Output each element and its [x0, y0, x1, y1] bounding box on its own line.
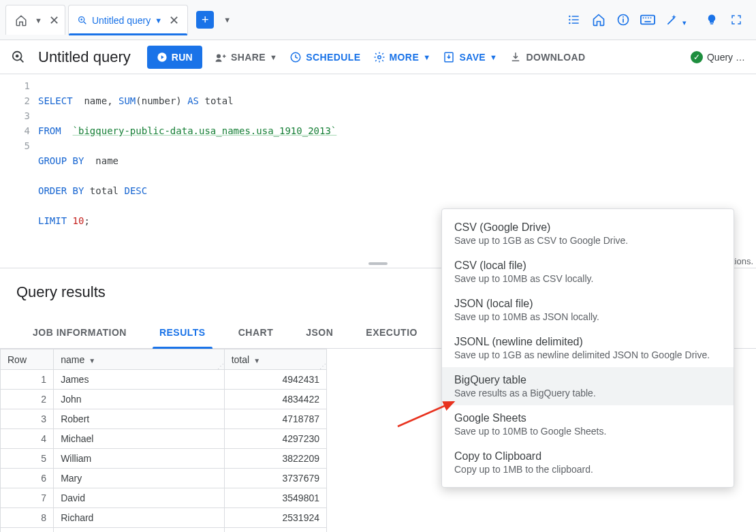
txt [67, 215, 72, 226]
share-button[interactable]: SHARE ▼ [215, 52, 277, 63]
magic-wand-icon[interactable]: ▾ [665, 12, 680, 27]
cell-row: 1 [1, 370, 54, 390]
info-icon[interactable] [616, 12, 631, 27]
menu-item[interactable]: Google SheetsSave up to 10MB to Google S… [442, 405, 734, 443]
save-button[interactable]: SAVE ▼ [443, 51, 497, 63]
chevron-down-icon[interactable]: ▼ [35, 16, 42, 25]
table-row[interactable]: 3Robert4718787 [1, 409, 327, 429]
download-button[interactable]: DOWNLOAD [509, 51, 585, 63]
svg-rect-6 [623, 18, 624, 22]
svg-point-18 [217, 54, 221, 58]
add-tab-button[interactable]: + [196, 11, 214, 29]
save-label: SAVE [459, 52, 486, 63]
toolbar-right: ▾ [567, 12, 751, 27]
cell-total: 4297230 [224, 429, 326, 449]
resize-grip-icon[interactable]: ⋰ [217, 364, 223, 369]
menu-item[interactable]: CSV (local file)Save up to 10MB as CSV l… [442, 253, 734, 291]
cell-total: 4718787 [224, 409, 326, 429]
schedule-button[interactable]: SCHEDULE [289, 51, 360, 63]
tab-job-information[interactable]: JOB INFORMATION [16, 316, 143, 348]
cell-row: 6 [1, 469, 54, 488]
chevron-down-icon: ▼ [490, 53, 497, 61]
svg-point-10 [643, 17, 644, 18]
home-outline-icon[interactable] [591, 12, 606, 27]
chevron-down-icon[interactable]: ▼ [223, 16, 231, 24]
cell-name: William [54, 449, 225, 469]
svg-point-3 [569, 19, 571, 21]
txt: total [84, 185, 124, 196]
menu-item[interactable]: BigQuery tableSave results as a BigQuery… [442, 367, 734, 405]
cell-name: John [54, 390, 225, 409]
table-ref[interactable]: `bigquery-public-data.usa_names.usa_1910… [73, 125, 337, 136]
cell-name: Richard [54, 508, 225, 528]
share-icon [215, 52, 227, 62]
table-row[interactable]: 4Michael4297230 [1, 429, 327, 449]
menu-item[interactable]: CSV (Google Drive)Save up to 1GB as CSV … [442, 215, 734, 253]
table-row[interactable]: 6Mary3737679 [1, 469, 327, 488]
lightbulb-icon[interactable] [704, 12, 719, 27]
line-number: 3 [0, 108, 30, 123]
cell-name: Michael [54, 429, 225, 449]
table-row[interactable]: 8Richard2531924 [1, 508, 327, 528]
download-icon [509, 51, 522, 63]
menu-item[interactable]: Copy to ClipboardCopy up to 1MB to the c… [442, 443, 734, 482]
menu-item[interactable]: JSONL (newline delimited)Save up to 1GB … [442, 329, 734, 367]
col-label: total [232, 354, 249, 365]
col-total[interactable]: total▼⋰ [224, 349, 326, 370]
cell-total: 4942431 [224, 370, 326, 390]
menu-item-subtitle: Save up to 10MB as CSV locally. [454, 273, 721, 284]
chevron-down-icon[interactable]: ▼ [155, 16, 162, 25]
table-row[interactable]: 5William3822209 [1, 449, 327, 469]
tab-untitled-query[interactable]: Untitled query ▼ ✕ [68, 5, 188, 35]
menu-item-subtitle: Save up to 1GB as newline delimited JSON… [454, 349, 721, 360]
table-row[interactable]: 7David3549801 [1, 488, 327, 508]
menu-item[interactable]: JSON (local file)Save up to 10MB as JSON… [442, 291, 734, 329]
fn: SUM [119, 95, 136, 106]
svg-point-20 [377, 55, 381, 59]
keyboard-icon[interactable] [640, 12, 655, 27]
txt: ; [84, 215, 89, 226]
list-icon[interactable] [567, 12, 582, 27]
line-number: 1 [0, 78, 30, 93]
tab-json[interactable]: JSON [289, 316, 349, 348]
resize-handle[interactable] [368, 262, 388, 265]
table-row[interactable]: 1James4942431 [1, 370, 327, 390]
line-number: 2 [0, 93, 30, 108]
check-icon: ✓ [691, 51, 703, 63]
txt: name, [73, 95, 119, 106]
tab-chart[interactable]: CHART [222, 316, 290, 348]
results-title: Query results [16, 283, 106, 301]
tab-home[interactable]: ▼ ✕ [5, 5, 65, 35]
svg-rect-8 [641, 16, 655, 25]
close-icon[interactable]: ✕ [169, 13, 179, 28]
query-tab-icon [77, 15, 88, 26]
close-icon[interactable]: ✕ [49, 13, 59, 28]
svg-point-1 [80, 18, 82, 20]
run-button[interactable]: RUN [147, 46, 202, 69]
svg-point-12 [648, 17, 649, 18]
code-body[interactable]: SELECT name, SUM(number) AS total FROM `… [38, 78, 336, 258]
menu-item-subtitle: Save results as a BigQuery table. [454, 388, 721, 398]
kw: AS [187, 95, 199, 106]
col-row[interactable]: Row [1, 349, 54, 370]
tab-group: ▼ ✕ Untitled query ▼ ✕ + ▼ [5, 0, 231, 40]
fullscreen-icon[interactable] [729, 12, 744, 27]
svg-point-11 [645, 17, 646, 18]
tab-results[interactable]: RESULTS [143, 316, 222, 348]
tab-bar: ▼ ✕ Untitled query ▼ ✕ + ▼ ▾ [0, 0, 756, 40]
col-name[interactable]: name▼⋰ [54, 349, 225, 370]
status-label: Query … [707, 52, 745, 63]
svg-point-2 [569, 16, 571, 18]
kw: SELECT [38, 95, 73, 106]
menu-item-title: JSON (local file) [454, 298, 721, 310]
col-label: name [61, 354, 84, 365]
resize-grip-icon[interactable]: ⋰ [319, 364, 325, 369]
query-inspect-icon[interactable] [11, 50, 26, 65]
menu-item-title: Google Sheets [454, 412, 721, 424]
tab-execution[interactable]: EXECUTIO [349, 316, 434, 348]
table-row[interactable]: 9Joseph2472917 [1, 528, 327, 533]
play-icon [157, 52, 168, 63]
more-button[interactable]: MORE ▼ [373, 51, 431, 63]
cell-total: 2472917 [224, 528, 326, 533]
table-row[interactable]: 2John4834422 [1, 390, 327, 409]
